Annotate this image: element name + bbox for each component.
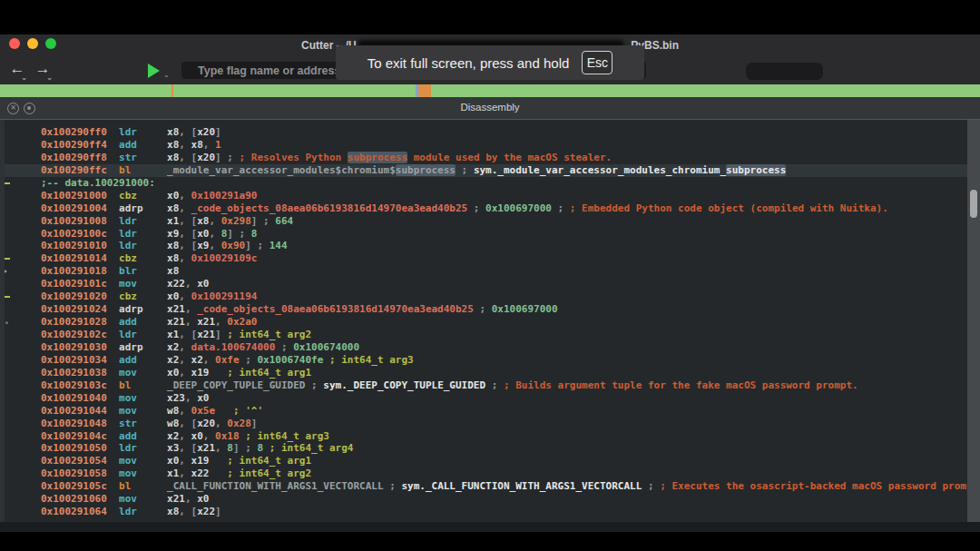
disasm-line[interactable]: 0x100290ff4 add x8, x8, 1: [5, 139, 967, 152]
disasm-line[interactable]: 0x100290ffc bl _module_var_accessor_modu…: [5, 164, 967, 177]
forward-button[interactable]: →⌄: [33, 59, 53, 81]
disasm-line[interactable]: 0x100291004 adrp x8, _code_objects_08aea…: [5, 202, 967, 215]
disasm-line[interactable]: 0x10029100c ldr x9, [x0, 8] ; 8: [5, 228, 967, 241]
disasm-line[interactable]: 0x100290ff0 ldr x8, [x20]: [5, 126, 967, 139]
disasm-line[interactable]: 0x100291058 mov x1, x22 ; int64_t arg2: [5, 467, 967, 480]
letterbox-bottom: [0, 532, 980, 551]
jump-arrow-icon: [5, 268, 7, 275]
seek-marker-orange: [172, 84, 173, 97]
disasm-line[interactable]: 0x100291040 mov x23, x0: [5, 392, 967, 405]
jump-tick-icon: [5, 321, 8, 324]
scrollbar-track[interactable]: [967, 120, 980, 522]
disasm-line[interactable]: 0x10029102c ldr x1, [x21] ; int64_t arg2: [5, 329, 967, 341]
address-seek-bar[interactable]: [0, 84, 980, 97]
seek-marker-orange-wide: [418, 84, 431, 97]
notification-message: To exit full screen, press and hold: [368, 55, 570, 71]
esc-key: Esc: [582, 51, 612, 74]
letterbox-top: [0, 0, 980, 34]
debug-dropdown-icon[interactable]: ⌄: [163, 71, 170, 79]
traffic-lights: [9, 38, 56, 49]
offset-field[interactable]: [746, 63, 823, 80]
close-window-button[interactable]: [9, 38, 20, 49]
disasm-line[interactable]: 0x100291000 cbz x0, 0x100291a90: [5, 190, 967, 202]
disasm-line[interactable]: 0x100291028 add x21, x21, 0x2a0: [5, 316, 967, 329]
fullscreen-notification: To exit full screen, press and hold Esc: [336, 45, 644, 80]
disasm-line[interactable]: 0x100291014 cbz x8, 0x10029109c: [5, 252, 967, 265]
jump-tick-icon: [5, 296, 10, 298]
debug-play-icon[interactable]: [148, 64, 160, 78]
scrollbar-thumb[interactable]: [970, 190, 977, 218]
widget-tabbar: ✕ Disassembly: [0, 97, 980, 119]
disassembly-panel: 0x100290ff0 ldr x8, [x20]0x100290ff4 add…: [0, 119, 980, 522]
minimize-window-button[interactable]: [27, 38, 38, 49]
disasm-line[interactable]: 0x100291030 adrp x2, data.100674000 ; 0x…: [5, 341, 967, 354]
cutter-fullscreen-window: Cutter – /U _PyBS.bin ←⌄ →⌄ ⌄ ✕ Disassem…: [0, 0, 980, 551]
disasm-line[interactable]: 0x100291034 add x2, x2, 0xfe ; 0x1006740…: [5, 354, 967, 367]
disasm-line[interactable]: 0x100291024 adrp x21, _code_objects_08ae…: [5, 303, 967, 316]
back-button[interactable]: ←⌄: [7, 59, 27, 81]
disasm-line[interactable]: 0x100291064 ldr x8, [x22]: [5, 506, 967, 518]
disasm-line[interactable]: 0x100291020 cbz x0, 0x100291194: [5, 290, 967, 303]
disasm-line[interactable]: 0x10029101c mov x22, x0: [5, 278, 967, 290]
disassembly-listing: 0x100290ff0 ldr x8, [x20]0x100290ff4 add…: [5, 126, 967, 520]
disasm-line[interactable]: 0x100291044 mov w8, 0x5e ; '^': [5, 405, 967, 418]
forward-dropdown-icon: ⌄: [46, 74, 53, 82]
disasm-line[interactable]: 0x100291054 mov x0, x19 ; int64_t arg1: [5, 455, 967, 467]
disasm-line[interactable]: 0x10029104c add x2, x0, 0x18 ; int64_t a…: [5, 430, 967, 443]
disasm-line[interactable]: ;-- data.100291000:: [5, 177, 967, 190]
disasm-line[interactable]: 0x10029103c bl _DEEP_COPY_TUPLE_GUIDED ;…: [5, 379, 967, 392]
fullscreen-window-button[interactable]: [45, 38, 56, 49]
disasm-line[interactable]: 0x100291048 str w8, [x20, 0x28]: [5, 418, 967, 430]
jump-tick-icon: [5, 258, 10, 260]
disasm-line[interactable]: 0x100291050 ldr x3, [x21, 8] ; 8 ; int64…: [5, 442, 967, 455]
disasm-line[interactable]: 0x10029105c bl _CALL_FUNCTION_WITH_ARGS1…: [5, 480, 967, 493]
disasm-line[interactable]: 0x100291010 ldr x8, [x9, 0x90] ; 144: [5, 240, 967, 252]
jump-tick-icon: [5, 182, 10, 184]
widget-title: Disassembly: [0, 102, 980, 113]
back-dropdown-icon: ⌄: [21, 74, 27, 82]
disasm-line[interactable]: 0x100291060 mov x21, x0: [5, 493, 967, 506]
disasm-line[interactable]: 0x100291018 blr x8: [5, 265, 967, 278]
disasm-line[interactable]: 0x100291008 ldr x1, [x8, 0x298] ; 664: [5, 215, 967, 228]
disasm-line[interactable]: 0x100291038 mov x0, x19 ; int64_t arg1: [5, 367, 967, 379]
disasm-line[interactable]: 0x100290ff8 str x8, [x20] ; ; Resolves P…: [5, 152, 967, 164]
status-strip: [0, 522, 980, 532]
